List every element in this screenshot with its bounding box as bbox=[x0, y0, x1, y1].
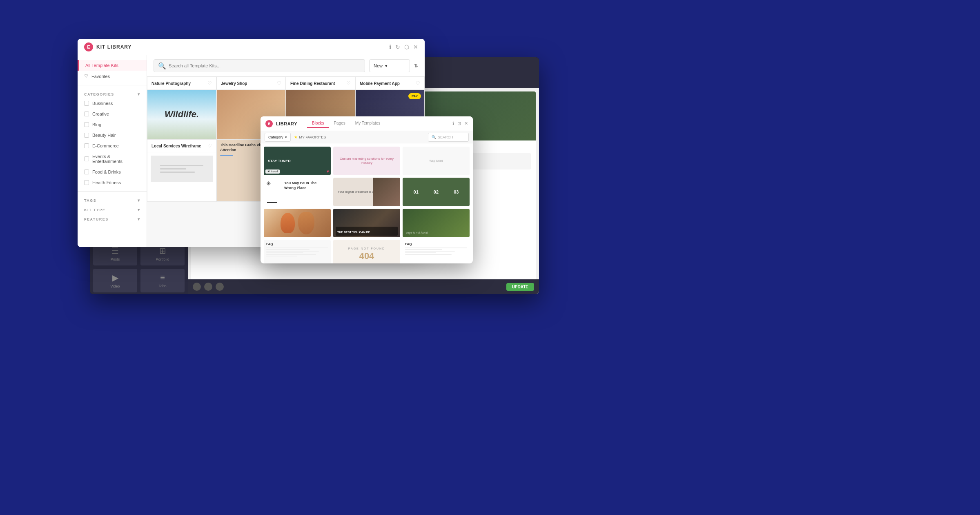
lib-close-icon[interactable]: ✕ bbox=[464, 121, 468, 126]
lib-card-faq[interactable]: FAQ bbox=[264, 240, 331, 263]
lib-expand-icon[interactable]: ⊡ bbox=[457, 121, 461, 126]
element-video2[interactable]: ▶ Video bbox=[93, 269, 137, 292]
gym-text: THE BEST YOU CAN BE bbox=[337, 231, 370, 234]
lib-card-white-text[interactable]: Way tuned bbox=[403, 147, 470, 175]
sidebar-item-label: All Template Kits bbox=[85, 63, 118, 68]
element-tabs[interactable]: ≡ Tabs bbox=[140, 269, 185, 292]
dropdown-arrow-icon: ▾ bbox=[285, 135, 287, 139]
library-window: E LIBRARY Blocks Pages My Templates ℹ ⊡ … bbox=[261, 116, 473, 263]
tags-arrow-icon[interactable]: ▾ bbox=[138, 198, 140, 203]
num-03: 03 bbox=[454, 190, 459, 194]
kit-main-header: 🔍 New ▾ ⇅ bbox=[147, 55, 425, 77]
sidebar-item-blog[interactable]: Blog bbox=[78, 119, 147, 130]
lib-category-dropdown[interactable]: Category ▾ bbox=[265, 133, 291, 142]
lib-card-green-leaves[interactable]: page is not found bbox=[403, 209, 470, 237]
dropdown-arrow-icon: ▾ bbox=[385, 63, 388, 69]
heart-icon[interactable]: ♡ bbox=[416, 80, 420, 86]
kit-title-bar: E KIT LIBRARY ℹ ↻ ⬡ ✕ bbox=[78, 39, 425, 55]
sidebar-item-food[interactable]: Food & Drinks bbox=[78, 167, 147, 177]
lib-toolbar: Category ▾ ★ MY FAVORITES 🔍 SEARCH bbox=[261, 131, 473, 143]
lib-logo-icon: E bbox=[265, 120, 273, 127]
kit-search-input[interactable] bbox=[169, 63, 361, 68]
mobile-pill: PAY bbox=[408, 93, 421, 99]
lib-card-404[interactable]: PAGE NOT FOUND 404 bbox=[333, 240, 400, 263]
sidebar-item-events[interactable]: Events & Entertainments bbox=[78, 151, 147, 167]
404-text: 404 bbox=[359, 251, 374, 261]
close-icon[interactable]: ✕ bbox=[413, 44, 418, 50]
categories-section: CATEGORIES ▾ bbox=[78, 89, 147, 98]
kit-card-nature[interactable]: Nature Photography ♡ Wildlife. bbox=[147, 77, 216, 139]
refresh-icon[interactable]: ↻ bbox=[395, 44, 400, 50]
heart-icon[interactable]: ♥ bbox=[327, 169, 329, 174]
num-02: 02 bbox=[434, 190, 439, 194]
tags-section: TAGS ▾ bbox=[78, 195, 147, 204]
heart-icon[interactable]: ♡ bbox=[207, 80, 212, 86]
kit-type-section: KIT TYPE ▾ bbox=[78, 204, 147, 214]
update-button[interactable]: UPDATE bbox=[506, 283, 534, 291]
lib-tabs: Blocks Pages My Templates bbox=[307, 119, 385, 128]
lib-card-faq2[interactable]: FAQ bbox=[403, 240, 470, 263]
tab-pages[interactable]: Pages bbox=[329, 119, 350, 128]
features-arrow-icon[interactable]: ▾ bbox=[138, 217, 140, 221]
lib-card-green-numbers[interactable]: 01 02 03 bbox=[403, 178, 470, 206]
lib-card-gym[interactable]: THE BEST YOU CAN BE bbox=[333, 209, 400, 237]
white-text: Way tuned bbox=[429, 159, 443, 163]
kit-filter-dropdown[interactable]: New ▾ bbox=[369, 59, 410, 72]
heart-icon[interactable]: ♡ bbox=[346, 80, 351, 86]
sidebar-item-health[interactable]: Health Fitness bbox=[78, 177, 147, 188]
kit-title-text: KIT LIBRARY bbox=[96, 44, 132, 50]
kit-type-arrow-icon[interactable]: ▾ bbox=[138, 207, 140, 212]
editor-bottom-bar: UPDATE bbox=[188, 279, 539, 294]
search-icon: 🔍 bbox=[432, 135, 436, 139]
categories-arrow-icon[interactable]: ▾ bbox=[138, 92, 140, 96]
insert-badge: ❤ Insert bbox=[265, 169, 280, 174]
num-01: 01 bbox=[414, 190, 419, 194]
info-icon[interactable]: ℹ bbox=[389, 44, 391, 50]
filter-icon[interactable]: ⇅ bbox=[414, 63, 418, 69]
sidebar-item-bussiness[interactable]: Bussiness bbox=[78, 98, 147, 109]
lib-grid: STAY TUNED ♥ ❤ Insert Custom marketing s… bbox=[261, 143, 473, 263]
kit-sidebar: All Template Kits ♡ Favorites CATEGORIES… bbox=[78, 55, 147, 247]
search-icon: 🔍 bbox=[158, 62, 166, 70]
star-icon: ✳ bbox=[266, 180, 271, 187]
filter-label: New bbox=[374, 63, 383, 68]
page-not-found-label: PAGE NOT FOUND bbox=[348, 247, 385, 250]
wrong-place-title: You May Be In The Wrong Place bbox=[284, 181, 327, 190]
page-not-found-text: page is not found bbox=[406, 231, 428, 234]
pink-marketing-text: Custom marketing solutions for every ind… bbox=[336, 157, 397, 165]
features-section: FEATURES ▾ bbox=[78, 214, 147, 223]
lib-title-bar: E LIBRARY Blocks Pages My Templates ℹ ⊡ … bbox=[261, 116, 473, 131]
lib-favorites-toggle[interactable]: ★ MY FAVORITES bbox=[294, 135, 326, 139]
lib-info-icon[interactable]: ℹ bbox=[452, 121, 454, 126]
heart-icon[interactable]: ♡ bbox=[277, 80, 281, 86]
star-icon: ★ bbox=[294, 135, 298, 139]
lib-search[interactable]: 🔍 SEARCH bbox=[428, 133, 469, 142]
lib-body: STAY TUNED ♥ ❤ Insert Custom marketing s… bbox=[261, 143, 473, 263]
kit-search-bar[interactable]: 🔍 bbox=[154, 59, 365, 72]
tab-blocks[interactable]: Blocks bbox=[307, 119, 329, 128]
sidebar-item-beauty-hair[interactable]: Beauty Hair bbox=[78, 130, 147, 140]
kit-card-local[interactable]: Local Services Wireframe ♡ bbox=[147, 139, 216, 202]
settings-icon[interactable]: ⬡ bbox=[404, 44, 409, 50]
kit-logo-icon: E bbox=[84, 42, 93, 51]
lib-card-wrong-place[interactable]: ✳ You May Be In The Wrong Place bbox=[264, 178, 331, 206]
lib-card-digital-presence[interactable]: Your digital presence is about to take o… bbox=[333, 178, 400, 206]
sidebar-item-favorites[interactable]: ♡ Favorites bbox=[78, 71, 147, 82]
heart-icon: ♡ bbox=[84, 74, 88, 79]
faq-title: FAQ bbox=[266, 242, 328, 246]
faq2-title: FAQ bbox=[405, 242, 467, 246]
tab-my-templates[interactable]: My Templates bbox=[350, 119, 385, 128]
lib-card-stay-tuned[interactable]: STAY TUNED ♥ ❤ Insert bbox=[264, 147, 331, 175]
lib-card-plant[interactable] bbox=[264, 209, 331, 237]
nature-card-text: Wildlife. bbox=[165, 109, 199, 120]
sidebar-item-all-templates[interactable]: All Template Kits bbox=[78, 60, 147, 71]
heart-icon[interactable]: ♡ bbox=[207, 143, 212, 149]
sidebar-item-ecommerce[interactable]: E-Commerce bbox=[78, 140, 147, 151]
sidebar-item-label: Favorites bbox=[91, 74, 110, 79]
stay-tuned-text: STAY TUNED bbox=[268, 159, 291, 163]
lib-card-pink-marketing[interactable]: Custom marketing solutions for every ind… bbox=[333, 147, 400, 175]
sidebar-item-creative[interactable]: Creative bbox=[78, 109, 147, 119]
lib-title-text: LIBRARY bbox=[276, 121, 297, 126]
